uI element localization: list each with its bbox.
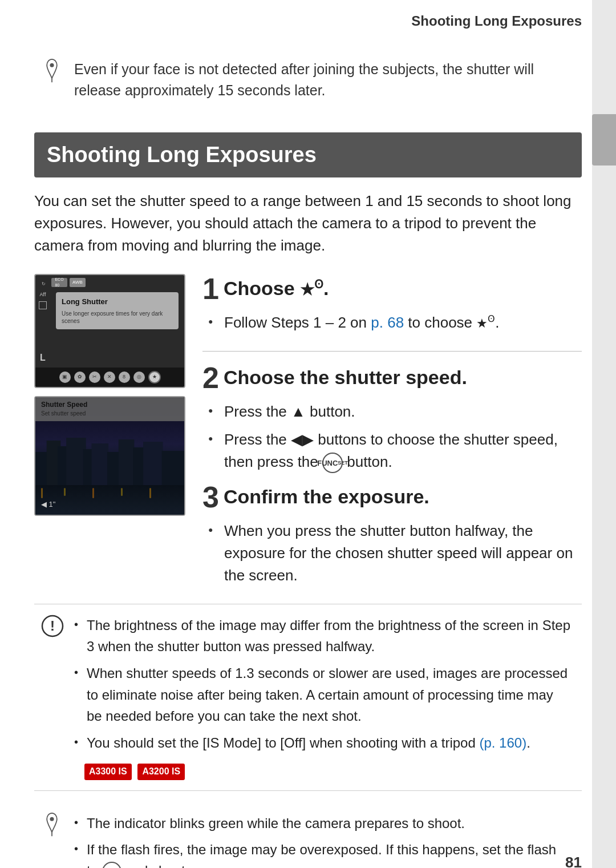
intro-text: You can set the shutter speed to a range… [34,190,582,257]
step-2-bullet-2: Press the ◀▶ buttons to choose the shutt… [208,429,582,473]
cam-left-icons: ↻ Aff [39,280,48,309]
cam-icon-3 [39,301,47,309]
svg-rect-5 [66,438,86,486]
step-3-title-text: Confirm the exposure. [224,483,429,511]
step-1-title: 1 Choose ★ʘ. [202,274,582,304]
cam-icon-a: ▣ [59,372,71,383]
right-sidebar [592,0,616,868]
camera-screen-1: ECO80 AWB ↻ Aff Long Shutter Use longer … [34,274,185,388]
water-reflection [35,485,184,515]
camera-screen-2: Shutter Speed Set shutter speed ◀ 1" [34,396,185,516]
svg-text:!: ! [50,618,55,633]
cam-bottom-bar: ▣ ✿ ✂ ✕ 8 ◎ ★ [35,368,184,387]
cam-info-bar: Shutter Speed Set shutter speed [35,397,184,421]
cam-eco-icon: ECO80 [51,278,67,287]
caution-bullet-2: When shutter speeds of 1.3 seconds or sl… [74,663,570,726]
page-header-title: Shooting Long Exposures [0,0,616,31]
note-bullet-1: The indicator blinks green while the cam… [74,813,570,834]
step-2: 2 Choose the shutter speed. Press the ▲ … [202,363,582,473]
cam-icon-e: 8 [119,372,130,383]
cam-icon-c: ✂ [89,372,100,383]
badge-a3300: A3300 IS [84,764,132,780]
step-2-number: 2 [202,363,219,393]
caution-bullet-3: You should set the [IS Mode] to [Off] wh… [74,732,570,753]
step-1-title-text: Choose ★ʘ. [224,274,329,302]
caution-icon: ! [41,615,64,643]
cam-left-letter: L [40,351,46,364]
func-set-icon: FUNCSET [322,453,343,473]
step-2-title: 2 Choose the shutter speed. [202,363,582,393]
caution-bullet-1: The brightness of the image may differ f… [74,615,570,657]
step-1-link: p. 68 [371,314,404,331]
cam-icon-d: ✕ [104,372,115,383]
cam-info-title: Shutter Speed [41,400,179,410]
page-number-text: 81 [565,854,582,868]
model-badges: A3300 IS A3200 IS [84,759,570,780]
steps-area: ECO80 AWB ↻ Aff Long Shutter Use longer … [34,274,582,592]
svg-rect-7 [91,443,108,486]
step-3-number: 3 [202,482,219,512]
steps-content-column: 1 Choose ★ʘ. Follow Steps 1 – 2 on p. 68… [202,274,582,592]
page-number: 81 [0,852,582,868]
svg-rect-8 [107,452,120,486]
step-3-title: 3 Confirm the exposure. [202,482,582,512]
step-1-number: 1 [202,274,219,304]
cam-menu-desc: Use longer exposure times for very dark … [62,310,173,325]
cam-icon-b: ✿ [74,372,86,383]
section-title-text: Shooting Long Exposures [47,143,317,167]
step-3-bullet-1: When you press the shutter button halfwa… [208,520,582,587]
cam-wb-icon: AWB [70,278,86,287]
cam-icon-1: ↻ [39,280,48,289]
pencil-icon-bottom [40,810,64,839]
svg-rect-11 [143,442,163,486]
pencil-icon [40,56,64,85]
svg-point-1 [50,63,54,67]
svg-rect-10 [133,447,144,486]
cam-icon-f: ◎ [133,372,145,383]
step-1-bullet-1: Follow Steps 1 – 2 on p. 68 to choose ★ʘ… [208,312,582,334]
sidebar-tab [592,114,616,165]
cam-icon-g: ★ [148,371,161,383]
camera-images-column: ECO80 AWB ↻ Aff Long Shutter Use longer … [34,274,185,592]
caution-link: (p. 160) [479,735,526,750]
step-divider-1 [202,351,582,352]
cam-info-sub: Set shutter speed [41,410,179,418]
svg-rect-12 [162,451,184,486]
cam-menu-title: Long Shutter [62,297,173,308]
cam-menu-box: Long Shutter Use longer exposure times f… [56,292,179,329]
svg-rect-9 [119,439,135,486]
step-3: 3 Confirm the exposure. When you press t… [202,482,582,587]
header-title-text: Shooting Long Exposures [411,13,582,29]
intro-text-content: You can set the shutter speed to a range… [34,192,572,254]
caution-box: ! The brightness of the image may differ… [34,604,582,791]
section-heading: Shooting Long Exposures [34,132,582,177]
svg-point-16 [50,817,54,821]
badge-a3200: A3200 IS [137,764,185,780]
cam-icon-2: Aff [39,291,47,299]
step-1: 1 Choose ★ʘ. Follow Steps 1 – 2 on p. 68… [202,274,582,334]
top-note-text: Even if your face is not detected after … [74,61,534,99]
cam-exposure-value: ◀ 1" [41,499,55,510]
cam-top-icons: ECO80 AWB [51,278,86,287]
top-note-box: Even if your face is not detected after … [34,49,582,112]
page: Shooting Long Exposures Even if your fac… [0,0,616,868]
step-2-title-text: Choose the shutter speed. [224,364,467,391]
step1-area: ECO80 AWB ↻ Aff Long Shutter Use longer … [34,274,582,592]
step-2-bullet-1: Press the ▲ button. [208,401,582,423]
